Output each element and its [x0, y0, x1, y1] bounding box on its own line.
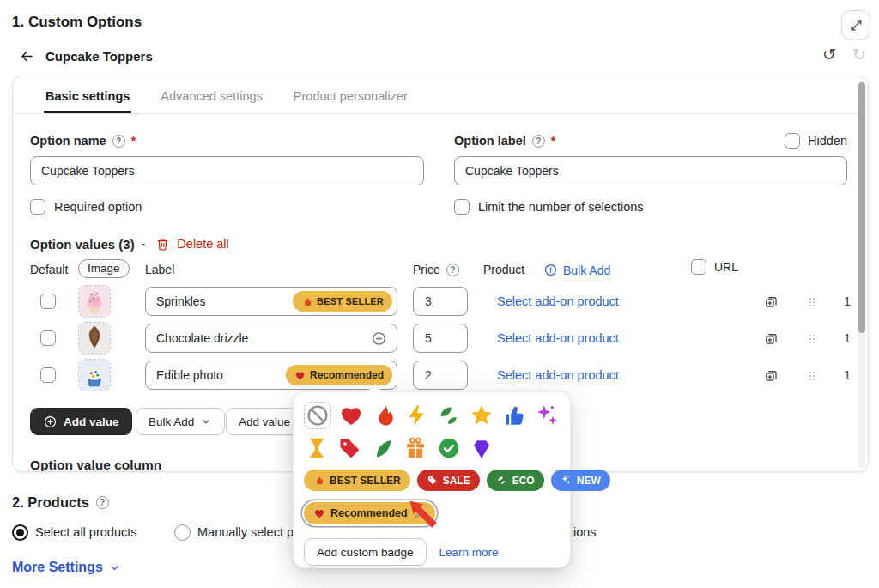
thumbs-up-icon[interactable]	[501, 403, 527, 428]
select-addon-product-link[interactable]: Select add-on product	[497, 294, 619, 308]
drag-handle[interactable]	[806, 331, 818, 347]
tab-product-personalizer[interactable]: Product personalizer	[292, 76, 409, 113]
option-label-input[interactable]	[454, 156, 847, 185]
undo-icon[interactable]: ↺	[822, 45, 836, 64]
row-badge-best-seller[interactable]: BEST SELLER	[293, 291, 392, 312]
tab-advanced-settings[interactable]: Advanced settings	[159, 76, 264, 113]
expand-button[interactable]	[841, 10, 870, 39]
option-name-column: Option name ? * Required option	[30, 133, 424, 215]
bulk-add-button[interactable]: Bulk Add	[136, 408, 225, 435]
row-default-checkbox[interactable]	[40, 294, 56, 309]
option-image-thumbnail[interactable]	[78, 359, 111, 391]
price-input[interactable]	[413, 324, 468, 353]
help-icon[interactable]: ?	[532, 135, 545, 148]
row-count: 1	[844, 294, 851, 308]
add-custom-badge-button[interactable]: Add custom badge	[304, 538, 427, 566]
help-icon[interactable]: ?	[96, 496, 109, 509]
help-icon[interactable]: ?	[446, 264, 459, 276]
dash: -	[142, 237, 146, 251]
badge-pill-best-seller[interactable]: BEST SELLER	[304, 470, 410, 491]
no-badge-icon[interactable]	[304, 402, 331, 429]
duplicate-icon[interactable]	[763, 367, 779, 384]
required-option-checkbox[interactable]	[30, 199, 45, 215]
leaves-icon	[496, 475, 507, 486]
option-value-row: Edible photo Recommended Select add-on p…	[30, 357, 846, 394]
option-name-input[interactable]	[30, 156, 424, 185]
gem-icon[interactable]	[469, 435, 494, 461]
leaves-icon[interactable]	[436, 403, 462, 428]
pencil-icon[interactable]	[413, 507, 426, 520]
manually-select-radio[interactable]	[174, 524, 191, 541]
custom-badge-row: Recommended	[304, 502, 560, 524]
limit-selections-checkbox[interactable]	[454, 199, 470, 215]
value-label-input[interactable]: Edible photo Recommended	[145, 361, 397, 390]
learn-more-link[interactable]: Learn more	[440, 546, 499, 559]
preset-badge-row: BEST SELLER SALE ECO NEW	[304, 470, 560, 491]
heart-icon	[313, 507, 325, 519]
flame-icon	[301, 296, 312, 307]
duplicate-icon[interactable]	[763, 294, 779, 310]
column-label: Label	[145, 263, 174, 276]
price-input[interactable]	[413, 287, 468, 316]
option-image-thumbnail[interactable]	[78, 322, 111, 355]
option-label-column: Option label ? * Hidden Limit the number…	[454, 133, 847, 215]
tag-icon	[427, 475, 438, 486]
value-label-text: Edible photo	[156, 368, 286, 382]
star-icon[interactable]	[469, 403, 494, 428]
value-label-input[interactable]: Sprinkles BEST SELLER	[145, 287, 397, 316]
trash-icon[interactable]	[155, 237, 170, 252]
select-addon-product-link[interactable]: Select add-on product	[497, 331, 619, 345]
option-label-label: Option label	[454, 134, 526, 148]
row-badge-recommended[interactable]: Recommended	[286, 365, 392, 385]
required-option-label: Required option	[54, 200, 142, 214]
badge-icon-row-2	[304, 435, 560, 461]
url-checkbox[interactable]	[691, 259, 706, 275]
more-settings-link[interactable]: More Settings	[12, 560, 121, 575]
leaf-icon[interactable]	[370, 435, 396, 461]
drag-handle[interactable]	[806, 294, 818, 310]
hidden-checkbox[interactable]	[785, 133, 800, 149]
option-values-heading: Option values (3)	[30, 237, 135, 252]
plus-circle-icon[interactable]	[543, 263, 558, 277]
sparkles-icon[interactable]	[534, 403, 560, 428]
heart-icon[interactable]	[338, 403, 364, 428]
delete-all-link[interactable]: Delete all	[177, 237, 228, 251]
bolt-icon[interactable]	[403, 403, 429, 428]
tag-icon[interactable]	[336, 435, 362, 461]
row-default-checkbox[interactable]	[40, 330, 56, 346]
add-value-button[interactable]: Add value	[30, 408, 132, 435]
check-circle-icon[interactable]	[436, 435, 462, 461]
scrollbar-thumb[interactable]	[858, 82, 865, 333]
hourglass-icon[interactable]	[304, 435, 330, 461]
select-all-products-radio[interactable]	[12, 524, 28, 541]
value-label-input[interactable]: Chocolate drizzle	[145, 324, 397, 353]
option-image-thumbnail[interactable]	[78, 285, 111, 318]
manually-select-label-fragment: ions	[573, 525, 597, 539]
badge-pill-eco[interactable]: ECO	[487, 470, 544, 491]
column-image-chip[interactable]: Image	[78, 259, 130, 278]
row-count: 1	[844, 331, 851, 345]
tab-basic-settings[interactable]: Basic settings	[44, 76, 131, 113]
drag-handle[interactable]	[806, 368, 818, 384]
select-all-products-label: Select all products	[35, 525, 136, 539]
tab-bar: Basic settings Advanced settings Product…	[13, 76, 868, 114]
row-default-checkbox[interactable]	[40, 367, 56, 383]
select-addon-product-link[interactable]: Select add-on product	[497, 368, 619, 382]
back-arrow-icon[interactable]	[19, 48, 35, 64]
gift-icon[interactable]	[403, 435, 428, 461]
badge-pill-new[interactable]: NEW	[551, 470, 610, 491]
add-badge-icon[interactable]	[371, 330, 387, 347]
badge-pill-recommended[interactable]: Recommended	[304, 502, 435, 524]
price-input[interactable]	[413, 361, 468, 390]
help-icon[interactable]: ?	[112, 135, 125, 148]
badge-pill-sale[interactable]: SALE	[417, 470, 480, 491]
app-page: 1. Custom Options Cupcake Toppers ↺ ↻ Ba…	[0, 0, 879, 588]
duplicate-icon[interactable]	[763, 330, 779, 347]
bulk-add-link[interactable]: Bulk Add	[563, 264, 610, 277]
flame-icon[interactable]	[371, 403, 397, 428]
flame-icon	[313, 475, 324, 486]
expand-icon	[849, 18, 864, 33]
manually-select-label: Manually select p	[197, 525, 294, 539]
redo-icon[interactable]: ↻	[852, 45, 866, 64]
column-product: Product	[483, 263, 524, 276]
